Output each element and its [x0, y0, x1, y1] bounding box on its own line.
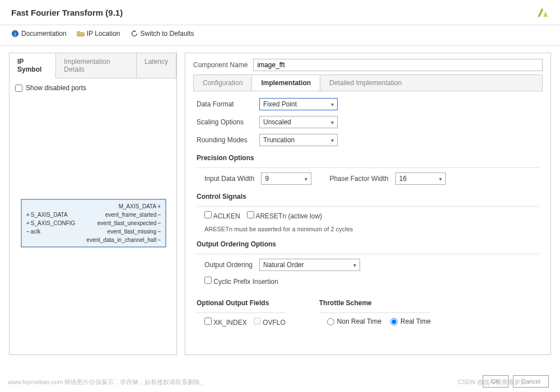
data-format-select[interactable]: Fixed Point▾	[259, 98, 338, 110]
component-name-input[interactable]	[253, 59, 543, 71]
chevron-down-icon: ▾	[439, 176, 442, 182]
left-panel: IP Symbol Implementation Details Latency…	[9, 53, 177, 355]
phase-factor-width-label: Phase Factor Width	[329, 175, 388, 183]
ip-symbol-block: M_AXIS_DATA+ +S_AXIS_DATAevent_frame_sta…	[21, 199, 166, 248]
switch-defaults-link[interactable]: Switch to Defaults	[130, 30, 194, 38]
show-disabled-ports-label: Show disabled ports	[26, 84, 86, 92]
rounding-modes-label: Rounding Modes	[197, 136, 253, 144]
chevron-down-icon: ▾	[331, 101, 334, 108]
xk-index-checkbox[interactable]	[204, 318, 212, 325]
output-ordering-select[interactable]: Natural Order▾	[259, 259, 360, 271]
chevron-down-icon: ▾	[331, 119, 334, 125]
phase-factor-width-select[interactable]: 16▾	[395, 172, 446, 185]
scaling-options-label: Scaling Options	[197, 118, 253, 126]
show-disabled-ports-checkbox[interactable]	[15, 85, 22, 92]
aresetn-note: ARESETn must be asserted for a minimum o…	[204, 226, 539, 232]
page-title: Fast Fourier Transform (9.1)	[11, 8, 123, 17]
optional-output-fields-title: Optional Output Fields	[197, 299, 286, 307]
output-ordering-title: Output Ordering Options	[197, 240, 539, 248]
aresetn-checkbox[interactable]	[247, 211, 254, 218]
watermark-left: www.toymoban.com 网络图片仅供展示，非存储，如有侵权请联系删除。	[8, 378, 206, 386]
ovflo-checkbox	[254, 318, 261, 325]
tab-latency[interactable]: Latency	[137, 53, 176, 78]
chevron-down-icon: ▾	[331, 137, 334, 143]
refresh-icon	[130, 30, 138, 38]
tab-ip-symbol[interactable]: IP Symbol	[10, 53, 56, 78]
non-real-time-radio[interactable]	[327, 318, 334, 325]
cyclic-prefix-checkbox[interactable]	[204, 277, 212, 284]
watermark-right: CSDN @战斗的青春岁月	[458, 378, 526, 386]
right-panel: Component Name Configuration Implementat…	[185, 53, 551, 355]
real-time-radio[interactable]	[390, 318, 398, 325]
tab-detailed-implementation[interactable]: Detailed Implementation	[320, 75, 410, 91]
rounding-modes-select[interactable]: Truncation▾	[259, 134, 338, 146]
folder-icon	[77, 30, 85, 38]
documentation-link[interactable]: i Documentation	[11, 30, 67, 38]
component-name-label: Component Name	[193, 61, 248, 69]
scaling-options-select[interactable]: Unscaled▾	[259, 116, 338, 128]
tab-implementation[interactable]: Implementation	[251, 75, 320, 91]
aclken-checkbox[interactable]	[204, 211, 212, 218]
data-format-label: Data Format	[197, 100, 253, 108]
svg-text:i: i	[15, 31, 16, 37]
tab-implementation-details[interactable]: Implementation Details	[56, 53, 137, 78]
tab-configuration[interactable]: Configuration	[194, 75, 251, 91]
chevron-down-icon: ▾	[353, 262, 356, 268]
chevron-down-icon: ▾	[305, 176, 307, 182]
info-icon: i	[11, 30, 19, 38]
throttle-scheme-title: Throttle Scheme	[319, 299, 431, 307]
input-data-width-select[interactable]: 9▾	[261, 172, 311, 185]
control-signals-title: Control Signals	[197, 193, 539, 200]
output-ordering-label: Output Ordering	[204, 261, 253, 269]
vendor-logo-icon	[535, 6, 549, 19]
input-data-width-label: Input Data Width	[204, 175, 254, 183]
ip-location-link[interactable]: IP Location	[77, 30, 120, 38]
precision-options-title: Precision Options	[197, 154, 539, 162]
